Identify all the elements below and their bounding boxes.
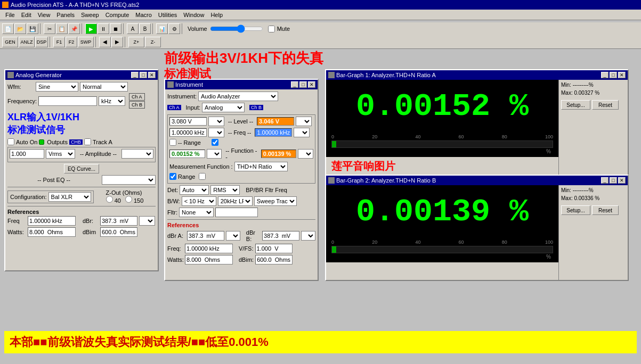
post-eq-select[interactable] [102, 175, 156, 185]
dbr-b-unit[interactable] [301, 231, 315, 241]
menu-sweep[interactable]: Sweep [78, 11, 102, 19]
dbr-a-unit[interactable] [226, 231, 240, 241]
meas-func-select[interactable]: THD+N Ratio [234, 162, 288, 171]
instrument-minimize[interactable]: _ [291, 81, 298, 88]
tb-btn-a[interactable]: A [127, 23, 139, 34]
menu-file[interactable]: File [2, 11, 18, 19]
tb-open[interactable]: 📂 [14, 23, 26, 34]
z150-option[interactable]: 150 [125, 196, 143, 204]
instrument-maximize[interactable]: □ [299, 81, 307, 88]
bar1-setup-btn[interactable]: Setup... [561, 100, 590, 110]
dbim-input-instr[interactable] [255, 255, 293, 264]
analog-gen-minimize[interactable]: _ [131, 72, 139, 78]
sweep-track-select[interactable]: Sweep Track [254, 196, 297, 206]
ch-a-btn[interactable]: Ch A [129, 93, 145, 101]
det-select[interactable]: Auto [180, 185, 209, 195]
amplitude-unit[interactable]: Vrms [46, 149, 75, 159]
meas-range-check[interactable] [169, 173, 176, 180]
bar1-maximize[interactable]: □ [610, 72, 617, 78]
tb-stop[interactable]: ⏹ [110, 23, 121, 34]
watts-input-instr[interactable] [185, 255, 233, 264]
instrument-select[interactable]: Audio Analyzer [198, 92, 278, 101]
tb-right[interactable]: ▶ [111, 37, 123, 47]
tb-left[interactable]: ◀ [99, 37, 111, 47]
menu-panels[interactable]: Panels [53, 11, 78, 19]
tb-dsp[interactable]: DSP [35, 37, 48, 47]
menu-view[interactable]: View [35, 11, 54, 19]
level-b-unit[interactable] [296, 117, 312, 126]
dbr-a-input[interactable] [187, 231, 224, 241]
dbr-unit-gen[interactable] [139, 216, 155, 226]
input-select[interactable]: Analog [202, 103, 245, 112]
menu-help[interactable]: Help [207, 11, 226, 19]
tb-zoom[interactable]: Z+ [128, 37, 144, 47]
auto-on-check[interactable] [7, 138, 14, 145]
mute-checkbox[interactable] [268, 26, 275, 32]
bar1-reset-btn[interactable]: Reset [592, 100, 619, 110]
tb-btn-b[interactable]: B [139, 23, 151, 34]
freq-unit-select[interactable]: kHz [99, 96, 125, 106]
wfm-select[interactable]: Sine [36, 82, 78, 92]
range-check-b[interactable] [212, 139, 218, 146]
tb-graph[interactable]: 📊 [156, 23, 168, 34]
freq-input[interactable]: 1.00000 kHz [38, 96, 97, 106]
bw-select[interactable]: < 10 Hz [182, 196, 216, 206]
dbr-b-input[interactable] [262, 231, 299, 241]
bar1-close[interactable]: ✕ [618, 72, 626, 78]
func-a-unit[interactable] [207, 149, 222, 159]
tb-anlz[interactable]: ANLZ [19, 37, 35, 47]
z40-option[interactable]: 40 [106, 196, 121, 204]
tb-run[interactable]: ▶ [85, 23, 97, 34]
menu-compute[interactable]: Compute [102, 11, 133, 19]
tb-paste[interactable]: 📌 [68, 23, 80, 34]
freq-b-unit[interactable] [294, 128, 310, 137]
tb-save[interactable]: 💾 [27, 23, 38, 34]
tb-settings[interactable]: ⚙ [168, 23, 180, 34]
range-check-a[interactable] [169, 139, 176, 146]
tb-sweep[interactable]: SWP [78, 37, 94, 47]
freq-ref-instr-input[interactable] [185, 244, 233, 253]
tb-new[interactable]: 📄 [2, 23, 14, 34]
dbr-input-gen[interactable] [100, 216, 137, 226]
config-select[interactable]: Bal XLR [48, 192, 91, 202]
menu-macro[interactable]: Macro [132, 11, 155, 19]
tb-pause[interactable]: ⏸ [98, 23, 109, 34]
tb-zoom-out[interactable]: Z- [145, 37, 161, 47]
fltr-value-input[interactable] [215, 208, 258, 217]
fltr-select[interactable]: None [179, 208, 214, 217]
freq-ref-input[interactable] [28, 216, 76, 226]
analog-gen-close[interactable]: ✕ [148, 72, 156, 78]
dbim-input-gen[interactable] [100, 227, 137, 237]
rms-select[interactable]: RMS [210, 185, 240, 195]
bar2-reset-btn[interactable]: Reset [592, 205, 619, 215]
vfs-input[interactable] [255, 244, 293, 253]
level-a-unit[interactable] [208, 117, 224, 126]
watts-input-gen[interactable] [28, 227, 76, 237]
freq-a-unit[interactable] [208, 128, 224, 137]
bar1-minimize[interactable]: _ [601, 72, 608, 78]
ch-b-btn[interactable]: Ch B [129, 101, 145, 109]
eq-curve-btn[interactable]: EQ Curve... [64, 164, 99, 173]
menu-edit[interactable]: Edit [18, 11, 35, 19]
meas-range-check2[interactable] [199, 173, 206, 180]
z40-radio[interactable] [106, 196, 113, 203]
tb-cut[interactable]: ✂ [44, 23, 55, 34]
func-b-unit[interactable] [298, 149, 313, 159]
bar2-maximize[interactable]: □ [610, 177, 617, 184]
fltr-20k-select[interactable]: 20kHz LP [218, 196, 253, 206]
bar2-minimize[interactable]: _ [601, 177, 608, 184]
instrument-close[interactable]: ✕ [308, 81, 315, 88]
analog-gen-maximize[interactable]: □ [140, 72, 147, 78]
bar2-setup-btn[interactable]: Setup... [561, 205, 590, 215]
menu-window[interactable]: Window [180, 11, 207, 19]
z150-radio[interactable] [125, 196, 132, 203]
tb-f2[interactable]: F2 [66, 37, 77, 47]
tb-copy[interactable]: 📋 [56, 23, 68, 34]
volume-slider[interactable] [210, 25, 263, 32]
track-a-check[interactable] [84, 138, 91, 145]
tb-gen-on[interactable]: GEN [2, 37, 18, 47]
menu-utilities[interactable]: Utilities [155, 11, 180, 19]
amplitude-input[interactable] [10, 149, 44, 159]
amplitude-dropdown[interactable] [121, 149, 153, 159]
normal-select[interactable]: Normal [80, 82, 128, 92]
